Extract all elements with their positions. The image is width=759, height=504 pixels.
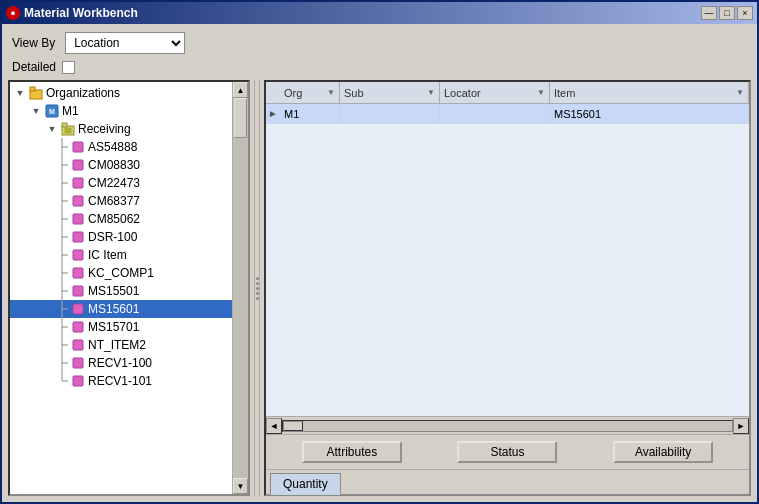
- tree-item-label: MS15701: [86, 320, 139, 334]
- splitter-dot: [256, 282, 259, 285]
- bottom-tab-area: Quantity: [266, 469, 749, 494]
- availability-button[interactable]: Availability: [613, 441, 713, 463]
- grid-header: Org ▼ Sub ▼ Locator ▼ Item: [266, 82, 749, 104]
- tree-item-label: CM68377: [86, 194, 140, 208]
- view-by-select[interactable]: Location: [65, 32, 185, 54]
- scroll-right-button[interactable]: ►: [733, 418, 749, 434]
- connector-icon: [54, 337, 70, 353]
- close-button[interactable]: ×: [737, 6, 753, 20]
- expand-icon[interactable]: ▼: [12, 85, 28, 101]
- list-item[interactable]: CM68377: [10, 192, 232, 210]
- expand-icon[interactable]: ▼: [28, 103, 44, 119]
- svg-rect-30: [73, 268, 83, 278]
- cell-sub: [340, 104, 440, 123]
- expand-icon[interactable]: ▼: [44, 121, 60, 137]
- list-item[interactable]: NT_ITEM2: [10, 336, 232, 354]
- tree-item-label: CM08830: [86, 158, 140, 172]
- tree-item-receiving[interactable]: ▼ Receiving: [10, 120, 232, 138]
- titlebar-buttons: — □ ×: [701, 6, 753, 20]
- list-item[interactable]: MS15701: [10, 318, 232, 336]
- left-panel: ▼ Organizations: [8, 80, 250, 496]
- svg-rect-6: [65, 128, 71, 133]
- scroll-left-button[interactable]: ◄: [266, 418, 282, 434]
- scroll-thumb[interactable]: [234, 98, 247, 138]
- connector-icon: [54, 319, 70, 335]
- list-item[interactable]: MS15501: [10, 282, 232, 300]
- svg-rect-39: [73, 322, 83, 332]
- right-panel: Org ▼ Sub ▼ Locator ▼ Item: [264, 80, 751, 496]
- col-header-sub[interactable]: Sub ▼: [340, 82, 440, 103]
- list-item[interactable]: CM85062: [10, 210, 232, 228]
- connector-icon: [54, 355, 70, 371]
- tree-item-ms15601[interactable]: MS15601: [10, 300, 232, 318]
- tree-item-organizations[interactable]: ▼ Organizations: [10, 84, 232, 102]
- table-row[interactable]: ► M1 MS15601: [266, 104, 749, 124]
- connector-icon: [54, 175, 70, 191]
- status-button[interactable]: Status: [457, 441, 557, 463]
- titlebar-title: Material Workbench: [24, 6, 138, 20]
- view-by-label: View By: [12, 36, 55, 50]
- svg-rect-48: [73, 376, 83, 386]
- tree-item-label: RECV1-101: [86, 374, 152, 388]
- connector-icon: [54, 139, 70, 155]
- svg-rect-21: [73, 214, 83, 224]
- item-icon: [70, 211, 86, 227]
- tree-item-label: CM22473: [86, 176, 140, 190]
- tree-item-label: Organizations: [44, 86, 120, 100]
- list-item[interactable]: CM22473: [10, 174, 232, 192]
- toolbar-row: View By Location: [8, 30, 751, 56]
- tree-item-label: NT_ITEM2: [86, 338, 146, 352]
- scroll-track[interactable]: [233, 98, 248, 478]
- col-header-locator[interactable]: Locator ▼: [440, 82, 550, 103]
- h-scroll-thumb[interactable]: [283, 421, 303, 431]
- svg-rect-12: [73, 160, 83, 170]
- tab-quantity[interactable]: Quantity: [270, 473, 341, 495]
- scroll-up-button[interactable]: ▲: [233, 82, 248, 98]
- connector-icon: [54, 373, 70, 389]
- maximize-button[interactable]: □: [719, 6, 735, 20]
- list-item[interactable]: IC Item: [10, 246, 232, 264]
- svg-rect-9: [73, 142, 83, 152]
- svg-rect-15: [73, 178, 83, 188]
- tree-item-label: Receiving: [76, 122, 131, 136]
- cell-org: M1: [280, 104, 340, 123]
- tree-item-label: IC Item: [86, 248, 127, 262]
- col-header-org[interactable]: Org ▼: [280, 82, 340, 103]
- h-scroll-track[interactable]: [282, 420, 733, 432]
- splitter-dot: [256, 277, 259, 280]
- list-item[interactable]: DSR-100: [10, 228, 232, 246]
- attributes-button[interactable]: Attributes: [302, 441, 402, 463]
- list-item[interactable]: RECV1-101: [10, 372, 232, 390]
- split-area: ▼ Organizations: [8, 80, 751, 496]
- grid-body[interactable]: ► M1 MS15601: [266, 104, 749, 416]
- svg-rect-42: [73, 340, 83, 350]
- svg-rect-1: [30, 87, 35, 91]
- tree-item-label: DSR-100: [86, 230, 137, 244]
- detailed-checkbox[interactable]: [62, 61, 75, 74]
- minimize-button[interactable]: —: [701, 6, 717, 20]
- svg-rect-27: [73, 250, 83, 260]
- item-icon: [70, 229, 86, 245]
- tree-item-label: RECV1-100: [86, 356, 152, 370]
- cell-item: MS15601: [550, 104, 749, 123]
- splitter-handle[interactable]: [254, 80, 260, 496]
- buttons-row: Attributes Status Availability: [266, 434, 749, 469]
- tree-item-m1[interactable]: ▼ M M1: [10, 102, 232, 120]
- main-content: View By Location Detailed ▼: [2, 24, 757, 502]
- list-item[interactable]: CM08830: [10, 156, 232, 174]
- svg-rect-45: [73, 358, 83, 368]
- list-item[interactable]: AS54888: [10, 138, 232, 156]
- titlebar-left: ● Material Workbench: [6, 6, 138, 20]
- tree-scroll[interactable]: ▼ Organizations: [10, 82, 232, 494]
- item-icon: [70, 193, 86, 209]
- col-header-item[interactable]: Item ▼: [550, 82, 749, 103]
- list-item[interactable]: RECV1-100: [10, 354, 232, 372]
- connector-icon: [54, 229, 70, 245]
- tree-vertical-scrollbar[interactable]: ▲ ▼: [232, 82, 248, 494]
- list-item[interactable]: KC_COMP1: [10, 264, 232, 282]
- sort-indicator: ▼: [427, 88, 435, 97]
- scroll-down-button[interactable]: ▼: [233, 478, 248, 494]
- horizontal-scrollbar[interactable]: ◄ ►: [266, 416, 749, 434]
- tree-item-label: CM85062: [86, 212, 140, 226]
- tree-item-label: MS15601: [86, 302, 139, 316]
